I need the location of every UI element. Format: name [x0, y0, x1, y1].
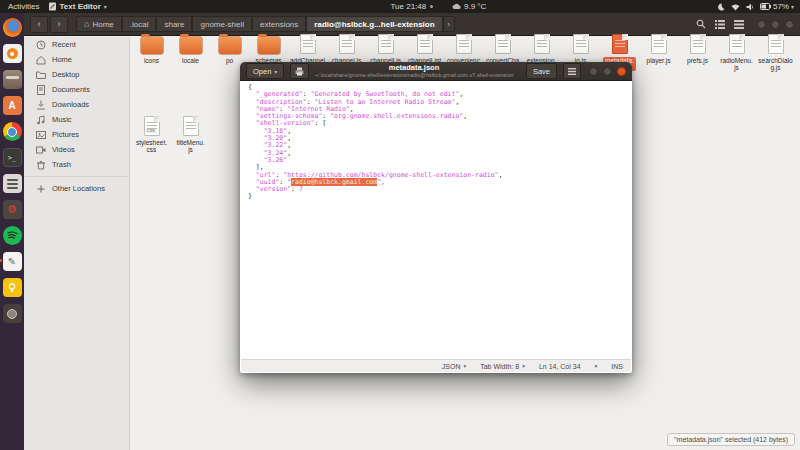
dock-item-chrome[interactable]	[3, 122, 22, 141]
sidebar-item-trash[interactable]: Trash	[24, 157, 129, 172]
file-item[interactable]: radioMenu. js	[717, 31, 756, 71]
file-item[interactable]: searchDialo g.js	[756, 31, 795, 71]
chevron-down-icon: ▾	[274, 68, 277, 75]
sidebar-item-other-locations[interactable]: Other Locations	[24, 181, 129, 196]
dock-item-files[interactable]	[3, 70, 22, 89]
dock-item-screenshot[interactable]	[3, 304, 22, 323]
dock-item-ubuntu-software[interactable]: A	[3, 96, 22, 115]
close-button[interactable]	[785, 20, 794, 29]
weather-indicator: 9.9 °C	[452, 0, 486, 13]
breadcrumb-segment[interactable]: .local	[122, 16, 157, 32]
trash-icon	[36, 160, 46, 170]
sidebar-item-downloads[interactable]: Downloads	[24, 97, 129, 112]
dock-item-spotify[interactable]	[3, 226, 22, 245]
open-button[interactable]: Open ▾	[246, 63, 284, 79]
file-icon	[534, 34, 550, 54]
volume-icon	[746, 3, 754, 11]
editor-text-area[interactable]: { "_generated": "Generated by SweetTooth…	[241, 81, 631, 359]
sidebar-item-videos[interactable]: Videos	[24, 142, 129, 157]
sidebar-item-music[interactable]: Music	[24, 112, 129, 127]
file-item[interactable]: icons	[132, 31, 171, 71]
file-label: searchDialo g.js	[758, 57, 792, 71]
folder-icon	[180, 37, 202, 54]
file-icon-selected	[612, 34, 628, 54]
breadcrumb-segment[interactable]: share	[156, 16, 192, 32]
top-bar: Activities Text Editor ▾ Tue 21:48 9.9 °…	[0, 0, 800, 13]
maximize-button[interactable]	[603, 67, 612, 76]
clock[interactable]: Tue 21:48	[391, 2, 427, 11]
files-icon	[3, 70, 22, 89]
file-icon	[183, 116, 199, 136]
sidebar-item-pictures[interactable]: Pictures	[24, 127, 129, 142]
list-view-icon[interactable]	[715, 20, 725, 29]
hamburger-icon	[568, 68, 576, 75]
clock-icon	[36, 40, 46, 50]
dock-item-firefox[interactable]	[3, 18, 22, 37]
file-item[interactable]: CSSstylesheet. css	[132, 113, 171, 153]
code-line: "3.18",	[248, 128, 631, 135]
sidebar-divider	[24, 176, 129, 177]
system-indicators[interactable]: 57% ▾	[717, 2, 800, 11]
dock-item-notes[interactable]	[3, 278, 22, 297]
breadcrumb-segment[interactable]: ⌂Home	[76, 16, 122, 32]
file-icon	[495, 34, 511, 54]
files-sidebar: RecentHomeDesktopDocumentsDownloadsMusic…	[24, 37, 130, 450]
dock-item-rhythmbox[interactable]	[3, 44, 22, 63]
dock-item-terminal[interactable]: >_	[3, 148, 22, 167]
ubuntu-software-icon: A	[3, 96, 22, 115]
chevron-down-icon[interactable]: ▾	[595, 363, 598, 369]
file-item[interactable]: titleMenu. js	[171, 113, 210, 153]
back-button[interactable]: ‹	[30, 16, 48, 33]
activities-button[interactable]: Activities	[8, 2, 40, 11]
file-item[interactable]: player.js	[639, 31, 678, 71]
insert-mode-indicator: INS	[611, 363, 623, 370]
menu-icon[interactable]	[734, 20, 744, 29]
breadcrumb-expand-icon[interactable]: ›	[443, 16, 455, 32]
sidebar-item-desktop[interactable]: Desktop	[24, 67, 129, 82]
dock-item-system-settings[interactable]: ⚙	[3, 200, 22, 219]
document-title: metadata.json	[306, 63, 522, 72]
document-icon	[36, 85, 46, 95]
file-item[interactable]: locale	[171, 31, 210, 71]
file-label: locale	[182, 57, 199, 64]
dock-item-text-editor[interactable]: ✎	[3, 252, 22, 271]
close-button[interactable]	[617, 67, 626, 76]
file-icon	[573, 34, 589, 54]
minimize-button[interactable]	[757, 20, 766, 29]
file-icon	[729, 34, 745, 54]
code-line: "3.22",	[248, 142, 631, 149]
file-icon	[456, 34, 472, 54]
file-item[interactable]: prefs.js	[678, 31, 717, 71]
search-icon[interactable]	[696, 19, 706, 29]
breadcrumb-segment[interactable]: extensions	[252, 16, 306, 32]
cursor-position[interactable]: Ln 14, Col 34	[539, 363, 581, 370]
language-selector[interactable]: JSON ▾	[442, 363, 466, 370]
selected-text: radio@hslbck.gmail.com	[291, 178, 377, 186]
editor-headerbar: Open ▾ metadata.json ~/.local/share/gnom…	[240, 62, 632, 81]
chevron-down-icon: ▾	[791, 3, 794, 10]
menu-button[interactable]	[563, 63, 581, 79]
breadcrumb-segment[interactable]: radio@hslbck.g...hell-extension	[306, 16, 442, 32]
battery-percent: 57%	[773, 2, 789, 11]
file-label: titleMenu. js	[176, 139, 204, 153]
rhythmbox-icon	[3, 44, 22, 63]
dock: A>_⚙✎	[0, 13, 24, 450]
tab-width-selector[interactable]: Tab Width: 8 ▾	[480, 363, 525, 370]
breadcrumb-segment[interactable]: gnome-shell	[192, 16, 252, 32]
forward-button[interactable]: ›	[50, 16, 68, 33]
system-settings-icon: ⚙	[3, 200, 22, 219]
dock-item-tweaks[interactable]	[3, 174, 22, 193]
app-menu[interactable]: Text Editor ▾	[48, 2, 107, 11]
sidebar-item-documents[interactable]: Documents	[24, 82, 129, 97]
file-label: prefs.js	[687, 57, 708, 64]
file-icon	[378, 34, 394, 54]
file-icon	[339, 34, 355, 54]
sidebar-item-home[interactable]: Home	[24, 52, 129, 67]
save-button[interactable]: Save	[526, 63, 557, 79]
terminal-icon: >_	[3, 148, 22, 167]
minimize-button[interactable]	[589, 67, 598, 76]
spotify-icon	[3, 226, 22, 245]
sidebar-item-recent[interactable]: Recent	[24, 37, 129, 52]
printer-icon	[295, 67, 304, 76]
maximize-button[interactable]	[771, 20, 780, 29]
